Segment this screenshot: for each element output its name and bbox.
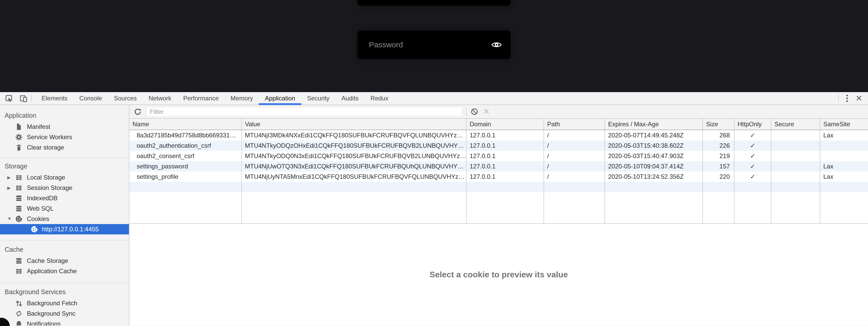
cell-path[interactable]: / [544, 151, 605, 161]
cell-value[interactable]: MTU4NTkyODQ0N3xEdi1CQkFFQ180SUFBUkFCRUFB… [242, 151, 467, 161]
cell-name[interactable]: settings_profile [129, 171, 242, 182]
column-header-path[interactable]: Path [544, 119, 605, 130]
kebab-menu-icon[interactable] [846, 94, 848, 102]
tab-elements[interactable]: Elements [36, 92, 73, 105]
cell-secure[interactable] [771, 161, 820, 171]
cell-expires[interactable]: 2020-05-10T13:24:52.356Z [605, 171, 703, 182]
block-cookies-icon[interactable] [471, 108, 478, 115]
toolbar-divider [31, 94, 32, 103]
cell-expires[interactable]: 2020-05-03T15:40:38.602Z [605, 140, 703, 151]
eye-icon[interactable] [491, 40, 502, 49]
sidebar-item-label: Notifications [27, 320, 61, 325]
cell-samesite[interactable]: Lax [820, 171, 868, 182]
cookies-toolbar: ✕ [129, 105, 868, 119]
cell-domain[interactable]: 127.0.0.1 [467, 171, 544, 182]
column-header-size[interactable]: Size [703, 119, 735, 130]
tab-network[interactable]: Network [143, 92, 177, 105]
cell-size[interactable]: 268 [703, 130, 735, 140]
toolbar-divider [838, 94, 839, 103]
cell-path[interactable]: / [544, 140, 605, 151]
column-header-value[interactable]: Value [242, 119, 467, 130]
cell-value[interactable]: MTU4NjUyNTA5MnxEdi1CQkFFQ180SUFBUkFCRUFB… [242, 171, 467, 182]
cell-domain[interactable]: 127.0.0.1 [467, 161, 544, 171]
cell-secure[interactable] [771, 130, 820, 140]
cell-name[interactable]: settings_password [129, 161, 242, 171]
devtools-panel: Elements Console Sources Network Perform… [0, 92, 868, 326]
cell-size[interactable]: 219 [703, 151, 735, 161]
cell-value[interactable]: MTU4NTkyODQzOHxEdi1CQkFFQ180SUFBUkFCRUFB… [242, 140, 467, 151]
cell-size[interactable]: 220 [703, 171, 735, 182]
tab-memory[interactable]: Memory [225, 92, 259, 105]
tab-sources[interactable]: Sources [108, 92, 143, 105]
column-header-domain[interactable]: Domain [467, 119, 544, 130]
sidebar-item-cache-storage[interactable]: Cache Storage [0, 255, 129, 266]
chevron-right-icon[interactable]: ▶ [7, 175, 15, 180]
chevron-down-icon[interactable]: ▼ [7, 216, 15, 221]
cell-size[interactable]: 157 [703, 161, 735, 171]
sidebar-item-local-storage[interactable]: ▶ Local Storage [0, 172, 129, 183]
sidebar-item-application-cache[interactable]: Application Cache [0, 266, 129, 276]
refresh-icon[interactable] [133, 108, 142, 116]
cell-httponly[interactable]: ✓ [735, 140, 771, 151]
sidebar-item-web-sql[interactable]: Web SQL [0, 203, 129, 214]
device-toolbar-icon[interactable] [20, 94, 27, 102]
inspect-element-icon[interactable] [5, 94, 13, 102]
sidebar-item-cookies[interactable]: ▼ Cookies [0, 214, 129, 224]
cell-secure[interactable] [771, 171, 820, 182]
cell-samesite[interactable] [820, 151, 868, 161]
cell-secure[interactable] [771, 140, 820, 151]
sidebar-item-service-workers[interactable]: Service Workers [0, 132, 129, 142]
trash-icon [15, 144, 23, 152]
datagrid-icon [15, 267, 23, 275]
column-header-secure[interactable]: Secure [771, 119, 820, 130]
cell-httponly[interactable]: ✓ [735, 151, 771, 161]
sidebar-item-manifest[interactable]: Manifest [0, 121, 129, 132]
tab-redux[interactable]: Redux [365, 92, 394, 105]
close-devtools-icon[interactable]: ✕ [855, 94, 862, 103]
tab-application[interactable]: Application [259, 92, 301, 105]
cell-samesite[interactable] [820, 140, 868, 151]
cell-size[interactable]: 226 [703, 140, 735, 151]
column-header-samesite[interactable]: SameSite [820, 119, 868, 130]
sidebar-item-notifications[interactable]: Notifications [0, 319, 129, 325]
tab-console[interactable]: Console [73, 92, 108, 105]
sidebar-item-background-sync[interactable]: Background Sync [0, 308, 129, 319]
cell-path[interactable]: / [544, 171, 605, 182]
cell-domain[interactable]: 127.0.0.1 [467, 130, 544, 140]
cell-name[interactable]: oauth2_authentication_csrf [129, 140, 242, 151]
tab-security[interactable]: Security [301, 92, 336, 105]
cell-domain[interactable]: 127.0.0.1 [467, 140, 544, 151]
cell-expires[interactable]: 2020-05-10T09:04:37.414Z [605, 161, 703, 171]
cell-httponly[interactable]: ✓ [735, 171, 771, 182]
cell-expires[interactable]: 2020-05-03T15:40:47.903Z [605, 151, 703, 161]
tab-performance[interactable]: Performance [177, 92, 224, 105]
form-field-partial[interactable] [358, 0, 510, 6]
password-input[interactable] [358, 40, 479, 49]
sidebar-item-session-storage[interactable]: ▶ Session Storage [0, 183, 129, 193]
cell-secure[interactable] [771, 151, 820, 161]
tab-audits[interactable]: Audits [335, 92, 365, 105]
sidebar-item-cookie-origin-selected[interactable]: http://127.0.0.1:4455 [0, 224, 129, 235]
cell-path[interactable]: / [544, 161, 605, 171]
cell-domain[interactable]: 127.0.0.1 [467, 151, 544, 161]
chevron-right-icon[interactable]: ▶ [7, 185, 15, 191]
column-header-expires[interactable]: Expires / Max-Age [605, 119, 703, 130]
cell-expires[interactable]: 2020-05-07T14:49:45.248Z [605, 130, 703, 140]
datagrid-icon [15, 173, 23, 181]
sidebar-item-background-fetch[interactable]: Background Fetch [0, 298, 129, 308]
column-header-name[interactable]: Name [129, 119, 242, 130]
sidebar-item-clear-storage[interactable]: Clear storage [0, 142, 129, 153]
cell-name[interactable]: oauth2_consent_csrf [129, 151, 242, 161]
clear-filter-icon[interactable]: ✕ [483, 108, 490, 115]
cell-samesite[interactable]: Lax [820, 130, 868, 140]
cell-name[interactable]: 8a3d27185b49d7758d8bb669331… [129, 130, 242, 140]
cell-httponly[interactable]: ✓ [735, 161, 771, 171]
cell-samesite[interactable]: Lax [820, 161, 868, 171]
column-header-httponly[interactable]: HttpOnly [735, 119, 771, 130]
cell-value[interactable]: MTU4NjUwOTQ3N3xEdi1CQkFFQ180SUFBUkFCRUFB… [242, 161, 467, 171]
cell-value[interactable]: MTU4NjI3MDk4NXxEdi1CQkFFQ180SUFBUkFCRUFB… [242, 130, 467, 140]
cell-path[interactable]: / [544, 130, 605, 140]
filter-input[interactable] [146, 107, 462, 116]
cell-httponly[interactable]: ✓ [735, 130, 771, 140]
sidebar-item-indexeddb[interactable]: IndexedDB [0, 193, 129, 203]
